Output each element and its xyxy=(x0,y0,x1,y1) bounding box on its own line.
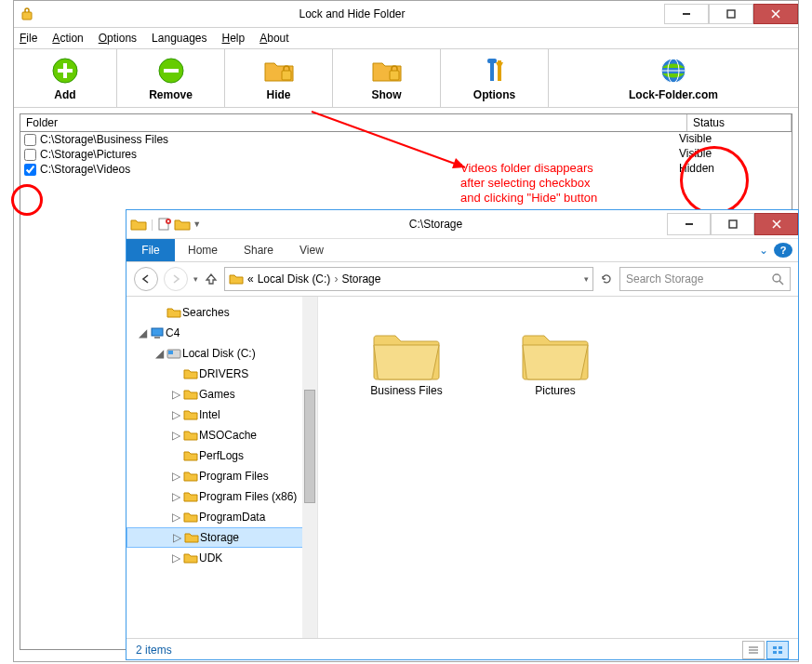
scrollbar-thumb[interactable] xyxy=(304,390,315,503)
sidebar-scrollbar[interactable] xyxy=(302,297,317,638)
explorer-titlebar[interactable]: | ▼ C:\Storage xyxy=(126,210,798,238)
tab-home[interactable]: Home xyxy=(175,244,231,257)
menu-languages[interactable]: Languages xyxy=(152,32,206,45)
app-icon xyxy=(14,7,40,21)
tab-share[interactable]: Share xyxy=(231,244,286,257)
tree-twisty[interactable]: ▷ xyxy=(169,388,182,401)
item-business-files[interactable]: Business Files xyxy=(355,325,458,397)
address-bar[interactable]: « Local Disk (C:) › Storage ▾ xyxy=(224,267,593,291)
svg-rect-10 xyxy=(164,69,179,73)
content-pane[interactable]: Business FilesPictures xyxy=(318,297,798,638)
explorer-close-button[interactable] xyxy=(754,213,798,235)
tab-view[interactable]: View xyxy=(286,244,337,257)
row-checkbox[interactable] xyxy=(24,164,36,176)
tree-label: Storage xyxy=(200,531,239,544)
toolbar-hide-button[interactable]: Hide xyxy=(225,49,333,107)
toolbar-add-button[interactable]: Add xyxy=(14,49,117,107)
tab-file[interactable]: File xyxy=(126,239,175,261)
breadcrumb-prefix: « xyxy=(247,272,254,286)
forward-button[interactable] xyxy=(164,267,188,291)
expand-ribbon-button[interactable]: ⌄ xyxy=(753,244,774,257)
tree-twisty[interactable]: ▷ xyxy=(169,551,182,564)
tree-twisty[interactable]: ▷ xyxy=(169,408,182,421)
tree-node-programdata[interactable]: ▷ProgramData xyxy=(126,507,317,527)
svg-rect-39 xyxy=(773,651,777,654)
tree-twisty[interactable]: ◢ xyxy=(136,326,149,339)
tree-twisty[interactable]: ▷ xyxy=(169,470,182,483)
up-button[interactable] xyxy=(204,272,219,286)
breadcrumb-folder[interactable]: Storage xyxy=(341,272,380,286)
tree-twisty[interactable]: ▷ xyxy=(169,429,182,442)
tree-node-c4[interactable]: ◢C4 xyxy=(126,323,317,343)
menu-help[interactable]: Help xyxy=(222,32,246,45)
menu-about[interactable]: About xyxy=(260,32,288,45)
tree-node-program-files[interactable]: ▷Program Files xyxy=(126,466,317,486)
toolbar-label: Show xyxy=(372,88,402,101)
menu-file[interactable]: File xyxy=(20,32,37,45)
svg-line-29 xyxy=(779,281,783,285)
tree-twisty[interactable]: ◢ xyxy=(153,347,166,360)
main-titlebar[interactable]: Lock and Hide Folder xyxy=(14,1,798,28)
toolbar-options-button[interactable]: Options xyxy=(441,49,549,107)
item-pictures[interactable]: Pictures xyxy=(504,325,606,397)
qat-dropdown-icon[interactable]: ▼ xyxy=(193,219,201,229)
qat-properties-icon[interactable] xyxy=(157,217,172,232)
view-details-button[interactable] xyxy=(742,641,765,659)
toolbar-label: Remove xyxy=(149,88,193,101)
row-path: C:\Storage\Videos xyxy=(40,163,130,176)
computer-icon xyxy=(149,325,166,340)
tree-node-drivers[interactable]: DRIVERS xyxy=(126,364,317,384)
disk-icon xyxy=(166,346,182,361)
row-checkbox[interactable] xyxy=(24,134,36,146)
tree-node-program-files-x86-[interactable]: ▷Program Files (x86) xyxy=(126,486,317,507)
refresh-button[interactable] xyxy=(599,272,614,286)
explorer-minimize-button[interactable] xyxy=(667,213,711,235)
annotation-circle-status xyxy=(680,146,749,215)
address-dropdown-icon[interactable]: ▾ xyxy=(584,274,589,284)
breadcrumb-separator[interactable]: › xyxy=(334,272,338,286)
svg-rect-37 xyxy=(773,646,777,649)
breadcrumb-disk[interactable]: Local Disk (C:) xyxy=(258,272,331,286)
menu-options[interactable]: Options xyxy=(99,32,137,45)
toolbar-show-button[interactable]: Show xyxy=(333,49,441,107)
navigation-bar: ▾ « Local Disk (C:) › Storage ▾ Search S… xyxy=(126,262,798,297)
back-button[interactable] xyxy=(134,267,158,291)
tree-twisty[interactable]: ▷ xyxy=(169,490,182,503)
svg-rect-38 xyxy=(779,646,782,649)
separator: | xyxy=(149,218,155,231)
tree-twisty[interactable]: ▷ xyxy=(170,531,183,544)
maximize-button[interactable] xyxy=(709,4,753,24)
menu-action[interactable]: Action xyxy=(52,32,83,45)
minimize-button[interactable] xyxy=(664,4,709,24)
svg-rect-33 xyxy=(168,351,173,354)
view-icons-button[interactable] xyxy=(766,641,789,659)
svg-line-20 xyxy=(312,112,465,167)
tree-node-storage[interactable]: ▷Storage xyxy=(126,527,317,548)
tree-twisty[interactable]: ▷ xyxy=(169,511,182,524)
tree-node-udk[interactable]: ▷UDK xyxy=(126,548,317,568)
tree-node-games[interactable]: ▷Games xyxy=(126,384,317,405)
tree-node-intel[interactable]: ▷Intel xyxy=(126,405,317,425)
help-button[interactable]: ? xyxy=(774,243,792,258)
toolbar-lock-folder-com-button[interactable]: Lock-Folder.com xyxy=(549,49,798,107)
tree-node-local-disk-c-[interactable]: ◢Local Disk (C:) xyxy=(126,343,317,364)
svg-rect-31 xyxy=(154,337,160,339)
tree-node-perflogs[interactable]: PerfLogs xyxy=(126,445,317,466)
svg-rect-40 xyxy=(779,651,782,654)
close-button[interactable] xyxy=(753,4,798,24)
row-checkbox[interactable] xyxy=(24,149,36,161)
tree-label: Program Files (x86) xyxy=(199,490,297,503)
svg-rect-14 xyxy=(487,59,497,63)
recent-locations-dropdown[interactable]: ▾ xyxy=(193,274,198,284)
tree-label: Searches xyxy=(182,306,230,319)
folder-lock-icon xyxy=(263,55,295,86)
col-status[interactable]: Status xyxy=(687,114,792,131)
explorer-maximize-button[interactable] xyxy=(711,213,754,235)
toolbar-remove-button[interactable]: Remove xyxy=(117,49,225,107)
search-icon xyxy=(771,272,784,286)
search-input[interactable]: Search Storage xyxy=(619,267,791,291)
tree-node-searches[interactable]: Searches xyxy=(126,302,317,323)
tree-node-msocache[interactable]: ▷MSOCache xyxy=(126,425,317,445)
plus-green-icon xyxy=(51,55,79,86)
qat-newfolder-icon[interactable] xyxy=(174,217,191,232)
